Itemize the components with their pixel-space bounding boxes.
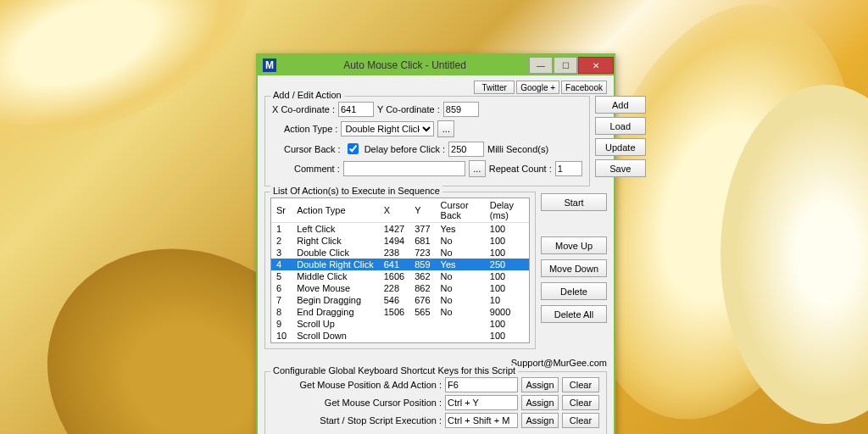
table-row[interactable]: 7Begin Dragging546676No10 — [271, 294, 529, 306]
xcoord-input[interactable] — [338, 102, 374, 117]
save-button[interactable]: Save — [595, 159, 646, 177]
google-button[interactable]: Google + — [516, 81, 559, 94]
table-row[interactable]: 3Double Click238723No100 — [271, 247, 529, 259]
col-delay[interactable]: Delay (ms) — [485, 198, 529, 223]
table-row[interactable]: 6Move Mouse228862No100 — [271, 282, 529, 294]
table-row[interactable]: 1Left Click1427377Yes100 — [271, 223, 529, 236]
shortcut3-label: Start / Stop Script Execution : — [272, 415, 442, 426]
cursor-back-label: Cursor Back : — [284, 144, 341, 154]
shortcut1-input[interactable] — [445, 377, 518, 392]
cursor-back-checkbox[interactable] — [348, 143, 359, 154]
add-button[interactable]: Add — [595, 96, 646, 114]
add-edit-legend: Add / Edit Action — [270, 90, 344, 100]
col-x[interactable]: X — [379, 198, 409, 223]
update-button[interactable]: Update — [595, 138, 646, 156]
table-row[interactable]: 5Middle Click1606362No100 — [271, 270, 529, 282]
clear1-button[interactable]: Clear — [562, 377, 599, 392]
xcoord-label: X Co-ordinate : — [272, 104, 335, 114]
table-row[interactable]: 9Scroll Up100 — [271, 318, 529, 330]
action-type-label: Action Type : — [284, 124, 337, 134]
comment-input[interactable] — [343, 161, 465, 176]
table-row[interactable]: 8End Dragging1506565No9000 — [271, 306, 529, 318]
movedown-button[interactable]: Move Down — [541, 259, 607, 277]
client-area: Twitter Google + Facebook Add / Edit Act… — [258, 75, 614, 434]
browse-button[interactable]: ... — [437, 120, 454, 137]
window-title: Auto Mouse Click - Untitled — [281, 59, 528, 71]
minimize-button[interactable]: — — [529, 57, 553, 74]
shortcut2-label: Get Mouse Cursor Position : — [272, 398, 442, 408]
delay-unit-label: Milli Second(s) — [487, 144, 548, 154]
shortcut3-input[interactable] — [445, 413, 518, 428]
twitter-button[interactable]: Twitter — [474, 81, 515, 94]
col-y[interactable]: Y — [409, 198, 435, 223]
app-icon: M — [263, 58, 276, 72]
maximize-button[interactable]: ☐ — [554, 57, 577, 74]
assign2-button[interactable]: Assign — [521, 395, 559, 410]
delay-input[interactable] — [448, 142, 484, 157]
shortcuts-fieldset: Configurable Global Keyboard Shortcut Ke… — [264, 371, 607, 434]
col-sr[interactable]: Sr — [271, 198, 292, 223]
facebook-button[interactable]: Facebook — [561, 81, 607, 94]
repeat-label: Repeat Count : — [489, 164, 552, 174]
shortcut2-input[interactable] — [445, 395, 518, 410]
titlebar[interactable]: M Auto Mouse Click - Untitled — ☐ ✕ — [258, 55, 614, 75]
close-button[interactable]: ✕ — [578, 57, 614, 74]
table-row[interactable]: 4Double Right Click641859Yes250 — [271, 259, 529, 270]
comment-label: Comment : — [294, 164, 340, 174]
delete-button[interactable]: Delete — [541, 282, 607, 300]
col-cb[interactable]: Cursor Back — [436, 198, 485, 223]
load-button[interactable]: Load — [595, 117, 646, 135]
comment-ext-button[interactable]: ... — [469, 160, 486, 177]
delay-label: Delay before Click : — [364, 144, 445, 154]
assign1-button[interactable]: Assign — [521, 377, 559, 392]
add-edit-fieldset: Add / Edit Action X Co-ordinate : Y Co-o… — [264, 96, 590, 186]
repeat-input[interactable] — [555, 161, 582, 176]
list-legend: List Of Action(s) to Execute in Sequence — [270, 186, 442, 196]
list-fieldset: List Of Action(s) to Execute in Sequence… — [264, 192, 536, 349]
clear3-button[interactable]: Clear — [562, 413, 599, 428]
clear2-button[interactable]: Clear — [562, 395, 599, 410]
col-type[interactable]: Action Type — [292, 198, 378, 223]
moveup-button[interactable]: Move Up — [541, 236, 607, 254]
deleteall-button[interactable]: Delete All — [541, 305, 607, 323]
app-window: M Auto Mouse Click - Untitled — ☐ ✕ Twit… — [256, 53, 615, 434]
ycoord-input[interactable] — [443, 102, 479, 117]
action-table[interactable]: Sr Action Type X Y Cursor Back Delay (ms… — [270, 198, 530, 343]
ycoord-label: Y Co-ordinate : — [377, 104, 440, 114]
start-button[interactable]: Start — [541, 193, 607, 211]
table-row[interactable]: 11Press Enter100 — [271, 342, 529, 343]
action-type-select[interactable]: Double Right Click — [341, 121, 434, 136]
table-row[interactable]: 10Scroll Down100 — [271, 330, 529, 342]
assign3-button[interactable]: Assign — [521, 413, 559, 428]
table-row[interactable]: 2Right Click1494681No100 — [271, 235, 529, 247]
shortcut1-label: Get Mouse Position & Add Action : — [272, 380, 442, 390]
shortcuts-legend: Configurable Global Keyboard Shortcut Ke… — [270, 365, 518, 376]
